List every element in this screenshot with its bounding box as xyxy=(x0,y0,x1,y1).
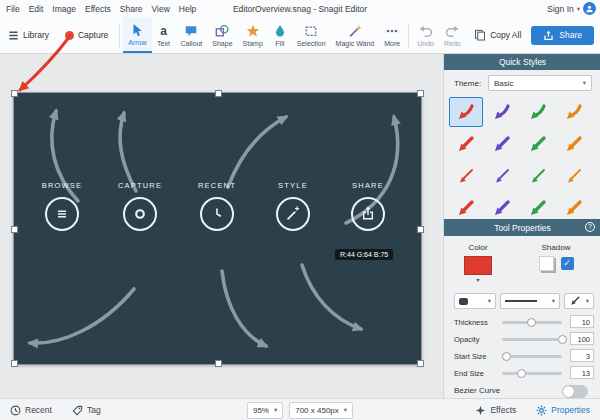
browse-icon xyxy=(45,197,79,231)
status-bar: Recent Tag 95% ▾ 700 x 450px ▾ xyxy=(0,398,600,420)
tool-stamp[interactable]: Stamp xyxy=(238,17,268,53)
feature-share: SHARE xyxy=(328,181,408,231)
style-swatch[interactable] xyxy=(449,97,483,127)
arrow-start-style-select[interactable]: ▾ xyxy=(454,293,496,309)
selection-icon xyxy=(304,23,318,39)
caret-down-icon: ▾ xyxy=(274,406,277,414)
menu-help[interactable]: Help xyxy=(179,4,196,14)
menu-effects[interactable]: Effects xyxy=(85,4,111,14)
tool-text[interactable]: a Text xyxy=(152,17,176,53)
menu-view[interactable]: View xyxy=(152,4,170,14)
arrow-end-style-select[interactable]: ▾ xyxy=(564,293,594,309)
tool-selection[interactable]: Selection xyxy=(292,17,331,53)
selection-handle[interactable] xyxy=(215,360,222,367)
style-swatch[interactable] xyxy=(557,161,591,191)
selection-handle[interactable] xyxy=(215,90,222,97)
style-swatch[interactable] xyxy=(485,97,519,127)
tool-properties-header: Tool Properties ? xyxy=(444,219,600,236)
end-size-value[interactable]: 13 xyxy=(570,366,594,379)
redo-button[interactable]: Redo xyxy=(439,17,466,53)
recent-button[interactable]: Recent xyxy=(0,405,62,416)
callout-icon xyxy=(184,23,198,39)
style-swatch[interactable] xyxy=(485,129,519,159)
redo-icon xyxy=(445,23,459,39)
style-swatch[interactable] xyxy=(485,161,519,191)
color-swatch[interactable] xyxy=(464,256,492,275)
capture-button[interactable]: Capture xyxy=(57,17,116,53)
caret-down-icon: ▾ xyxy=(488,297,491,305)
share-button[interactable]: Share xyxy=(531,26,594,45)
library-button[interactable]: Library xyxy=(0,17,57,53)
menu-edit[interactable]: Edit xyxy=(29,4,44,14)
line-style-select[interactable]: ▾ xyxy=(500,293,560,309)
sign-in-label[interactable]: Sign In xyxy=(547,4,573,14)
caret-down-icon: ▾ xyxy=(586,297,589,305)
color-label: Color xyxy=(458,243,498,252)
canvas[interactable]: BROWSE CAPTURE RECENT STYLE xyxy=(14,93,421,364)
style-swatch[interactable] xyxy=(485,193,519,216)
thickness-slider[interactable] xyxy=(502,321,562,324)
selection-handle[interactable] xyxy=(417,90,424,97)
selection-handle[interactable] xyxy=(417,226,424,233)
share-box-icon xyxy=(351,197,385,231)
tool-shape[interactable]: Shape xyxy=(207,17,237,53)
menu-file[interactable]: File xyxy=(6,4,20,14)
tool-fill[interactable]: Fill xyxy=(268,17,292,53)
start-size-slider[interactable] xyxy=(502,355,562,358)
effects-button[interactable]: Effects xyxy=(465,405,526,416)
copy-all-button[interactable]: Copy All xyxy=(474,29,521,41)
arrow-style-dropdowns: ▾ ▾ ▾ xyxy=(444,293,600,309)
slider-handle[interactable] xyxy=(502,352,511,361)
theme-select[interactable]: Basic ▾ xyxy=(488,75,592,91)
caret-down-icon: ▾ xyxy=(344,406,347,414)
slider-handle[interactable] xyxy=(527,318,536,327)
style-swatch[interactable] xyxy=(557,97,591,127)
tool-callout[interactable]: Callout xyxy=(176,17,208,53)
shadow-checkbox[interactable]: ✓ xyxy=(561,257,574,270)
opacity-value[interactable]: 100 xyxy=(570,332,594,345)
tag-button[interactable]: Tag xyxy=(62,405,111,416)
thickness-row: Thickness 10 xyxy=(444,315,600,329)
menu-image[interactable]: Image xyxy=(52,4,76,14)
properties-button[interactable]: Properties xyxy=(526,405,600,416)
avatar[interactable] xyxy=(583,2,596,15)
canvas-size-select[interactable]: 700 x 450px ▾ xyxy=(289,402,353,419)
library-label: Library xyxy=(23,30,49,40)
selection-handle[interactable] xyxy=(11,360,18,367)
tool-arrow[interactable]: Arrow xyxy=(123,17,151,53)
help-icon[interactable]: ? xyxy=(585,222,595,232)
library-icon xyxy=(8,30,19,41)
style-swatch[interactable] xyxy=(557,193,591,216)
selection-handle[interactable] xyxy=(417,360,424,367)
tool-magic-wand[interactable]: Magic Wand xyxy=(331,17,380,53)
style-swatch[interactable] xyxy=(557,129,591,159)
selection-handle[interactable] xyxy=(11,90,18,97)
quick-styles-header: Quick Styles xyxy=(444,53,600,70)
fill-icon xyxy=(273,23,287,39)
start-size-value[interactable]: 3 xyxy=(570,349,594,362)
style-swatch[interactable] xyxy=(521,129,555,159)
style-swatch[interactable] xyxy=(449,129,483,159)
thickness-value[interactable]: 10 xyxy=(570,315,594,328)
feature-recent: RECENT xyxy=(177,181,257,231)
menu-share[interactable]: Share xyxy=(120,4,143,14)
bezier-toggle[interactable] xyxy=(562,385,588,398)
style-swatch[interactable] xyxy=(449,161,483,191)
status-bar-center: 95% ▾ 700 x 450px ▾ xyxy=(247,402,353,419)
style-swatch[interactable] xyxy=(521,193,555,216)
style-swatch[interactable] xyxy=(521,97,555,127)
undo-button[interactable]: Undo xyxy=(412,17,439,53)
slider-handle[interactable] xyxy=(558,335,567,344)
slider-handle[interactable] xyxy=(517,369,526,378)
start-size-row: Start Size 3 xyxy=(444,349,600,363)
style-swatch[interactable] xyxy=(521,161,555,191)
zoom-select[interactable]: 95% ▾ xyxy=(247,402,283,419)
opacity-slider[interactable] xyxy=(502,338,562,341)
end-size-slider[interactable] xyxy=(502,372,562,375)
tool-more[interactable]: More xyxy=(379,17,405,53)
style-swatch[interactable] xyxy=(449,193,483,216)
menu-bar: File Edit Image Effects Share View Help … xyxy=(0,0,600,18)
selection-handle[interactable] xyxy=(11,226,18,233)
sign-in[interactable]: Sign In ▾ xyxy=(547,0,596,17)
caret-down-icon: ▾ xyxy=(458,276,498,283)
